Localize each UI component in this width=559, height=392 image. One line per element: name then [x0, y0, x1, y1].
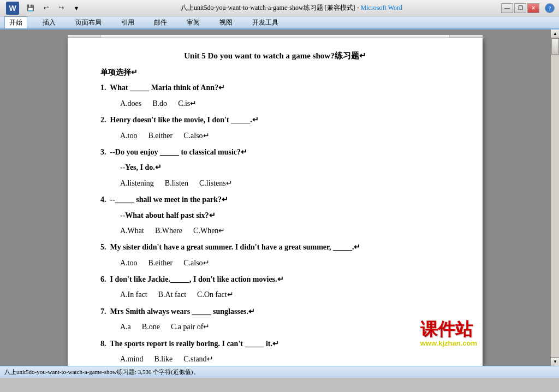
options-6: A.In factB.At factC.On fact↵	[120, 289, 450, 301]
options-4: A.WhatB.WhereC.When↵	[120, 225, 450, 237]
tab-developer[interactable]: 开发工具	[248, 17, 283, 28]
question-8: 8. The sports report is really boring. I…	[100, 338, 450, 350]
status-text: 八上unit5do-you-want-to-watch-a-game-show练…	[4, 368, 199, 376]
close-button[interactable]: ✕	[527, 3, 539, 13]
scroll-thumb[interactable]	[551, 38, 559, 55]
scroll-down-button[interactable]: ▼	[551, 357, 559, 366]
quick-access-more[interactable]: ▼	[71, 3, 82, 14]
options-8: A.mindB.likeC.stand↵	[120, 353, 450, 365]
tab-layout[interactable]: 页面布局	[71, 17, 106, 28]
document-page: Unit 5 Do you want to watch a game show?…	[68, 38, 483, 366]
tab-insert[interactable]: 插入	[38, 17, 60, 28]
options-5: A.tooB.eitherC.also↵	[120, 257, 450, 269]
main-area: Unit 5 Do you want to watch a game show?…	[0, 29, 559, 366]
quick-access-redo[interactable]: ↪	[56, 3, 67, 14]
vertical-scrollbar[interactable]: ▲ ▼	[550, 29, 559, 366]
word-icon: W	[6, 2, 19, 15]
app-logo: W	[4, 0, 21, 16]
tab-start[interactable]: 开始	[4, 16, 27, 28]
question-7: 7. Mrs Smith always wears _____ sunglass…	[100, 306, 450, 318]
watermark-line2: www.kjzhan.com	[420, 338, 477, 349]
restore-button[interactable]: ❐	[514, 3, 526, 13]
watermark: 课件站 www.kjzhan.com	[420, 320, 477, 349]
window-controls[interactable]: — ❐ ✕ ?	[501, 3, 555, 13]
question-6: 6. I don't like Jackie._____, I don't li…	[100, 274, 450, 286]
tab-view[interactable]: 视图	[215, 17, 237, 28]
question-1: 1. What _____ Maria think of Ann?↵	[100, 82, 450, 94]
tab-mail[interactable]: 邮件	[150, 17, 171, 28]
quick-access-save[interactable]: 💾	[25, 3, 36, 14]
quick-access-undo[interactable]: ↩	[40, 3, 51, 14]
document-title: Unit 5 Do you want to watch a game show?…	[100, 49, 450, 62]
document-wrapper: Unit 5 Do you want to watch a game show?…	[0, 29, 550, 366]
watermark-line1: 课件站	[420, 320, 477, 338]
options-1: A.doesB.doC.is↵	[120, 98, 450, 110]
options-3: A.listeningB.listenC.listens↵	[120, 177, 450, 189]
options-2: A.tooB.eitherC.also↵	[120, 130, 450, 142]
ribbon: 开始 插入 页面布局 引用 邮件 审阅 视图 开发工具	[0, 16, 559, 29]
scroll-track	[551, 38, 559, 357]
question-5: 5. My sister didn't have a great summer.…	[100, 241, 450, 253]
question-4b: --What about half past six?↵	[120, 210, 450, 222]
title-bar: W 💾 ↩ ↪ ▼ 八上unit5do-you-want-to-watch-a-…	[0, 0, 559, 16]
minimize-button[interactable]: —	[501, 3, 513, 13]
help-button[interactable]: ?	[545, 3, 555, 13]
tab-review[interactable]: 审阅	[182, 17, 204, 28]
scroll-up-button[interactable]: ▲	[551, 29, 559, 38]
section-title: 单项选择↵	[100, 67, 450, 79]
tab-references[interactable]: 引用	[117, 17, 139, 28]
question-3: 3. --Do you enjoy _____ to classical mus…	[100, 146, 450, 158]
question-2: 2. Henry doesn't like the movie, I don't…	[100, 114, 450, 126]
question-3b: --Yes, I do.↵	[120, 162, 450, 174]
window-title: 八上unit5do-you-want-to-watch-a-game-show练…	[82, 3, 501, 13]
question-4: 4. --_____ shall we meet in the park?↵	[100, 194, 450, 206]
options-7: A.aB.oneC.a pair of↵	[120, 321, 450, 333]
status-bar: 八上unit5do-you-want-to-watch-a-game-show练…	[0, 366, 559, 378]
